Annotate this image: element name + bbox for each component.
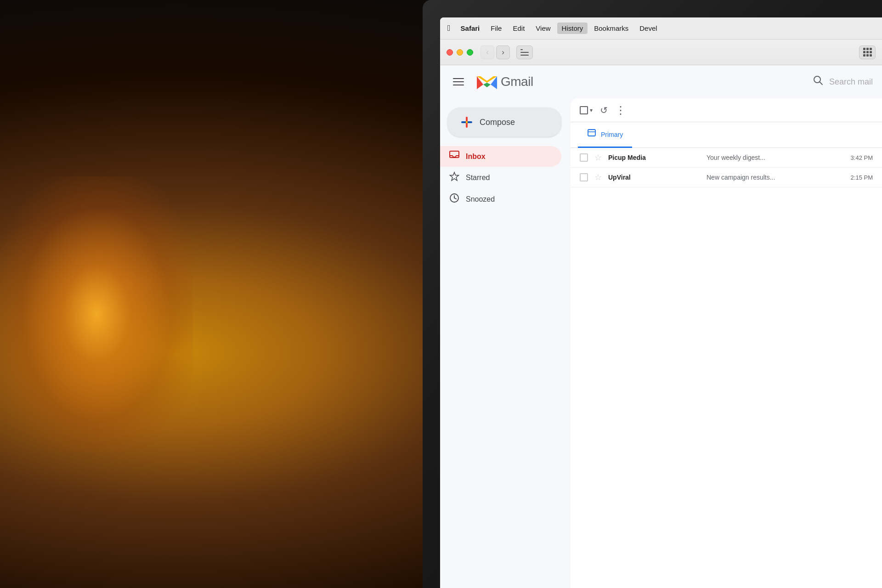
gmail-content: ▾ ↻ ⋮ (571, 98, 882, 588)
menubar-edit[interactable]: Edit (508, 23, 529, 34)
close-button[interactable] (447, 49, 453, 56)
forward-button[interactable]: › (496, 45, 510, 59)
browser-toolbar: ‹ › (440, 40, 882, 65)
star-icon (449, 171, 459, 184)
menubar-view[interactable]: View (531, 23, 555, 34)
gmail-title: Gmail (501, 74, 533, 89)
email-star-icon[interactable]: ☆ (594, 153, 602, 163)
svg-rect-0 (520, 49, 523, 50)
email-preview: Your weekly digest... (707, 154, 844, 161)
minimize-button[interactable] (457, 49, 463, 56)
svg-rect-12 (466, 121, 468, 123)
email-preview: New campaign results... (707, 174, 844, 181)
back-icon: ‹ (486, 48, 489, 57)
sidebar-toggle-icon (520, 49, 529, 56)
svg-marker-6 (483, 83, 491, 87)
chevron-down-icon[interactable]: ▾ (590, 107, 593, 113)
email-row[interactable]: ☆ Picup Media Your weekly digest... 3:42… (571, 148, 882, 168)
hamburger-line-1 (453, 78, 464, 79)
email-checkbox[interactable] (580, 173, 588, 181)
svg-line-17 (454, 198, 456, 199)
email-list: ☆ Picup Media Your weekly digest... 3:42… (571, 148, 882, 187)
select-checkbox-area: ▾ (580, 106, 593, 114)
gmail-tabs: Primary (571, 122, 882, 148)
hamburger-line-3 (453, 85, 464, 85)
hamburger-menu-button[interactable] (449, 73, 468, 91)
compose-plus-icon (460, 116, 473, 129)
sidebar-item-inbox[interactable]: Inbox (440, 146, 561, 167)
menubar-bookmarks[interactable]: Bookmarks (589, 23, 633, 34)
svg-rect-2 (520, 55, 529, 56)
tab-primary[interactable]: Primary (578, 122, 632, 148)
email-star-icon[interactable]: ☆ (594, 172, 602, 182)
clock-icon (449, 193, 459, 205)
gmail-app: Gmail Search mail (440, 65, 882, 588)
svg-rect-1 (520, 52, 529, 53)
apple-menu[interactable]:  (447, 23, 451, 33)
sidebar-item-snoozed[interactable]: Snoozed (440, 188, 561, 210)
gmail-logo: Gmail (475, 73, 533, 91)
compose-button[interactable]: Compose (447, 107, 561, 137)
menubar:  Safari File Edit View History Bookmark… (440, 17, 882, 40)
select-all-checkbox[interactable] (580, 106, 588, 114)
svg-marker-14 (450, 172, 459, 181)
svg-rect-18 (588, 130, 595, 136)
menubar-file[interactable]: File (486, 23, 506, 34)
forward-icon: › (502, 48, 504, 57)
sidebar-toggle-button[interactable] (516, 45, 533, 59)
extensions-button[interactable] (859, 45, 876, 59)
sidebar-inbox-label: Inbox (466, 153, 486, 161)
fullscreen-button[interactable] (467, 49, 473, 56)
back-button[interactable]: ‹ (481, 45, 494, 59)
primary-tab-icon (587, 129, 596, 140)
refresh-button[interactable]: ↻ (600, 105, 608, 116)
sidebar-starred-label: Starred (466, 174, 490, 182)
svg-rect-13 (450, 151, 459, 158)
menubar-devel[interactable]: Devel (635, 23, 662, 34)
email-checkbox[interactable] (580, 153, 588, 162)
email-sender: Picup Media (608, 154, 700, 161)
traffic-lights (447, 49, 473, 56)
more-options-button[interactable]: ⋮ (615, 104, 627, 117)
gmail-body: Compose Inbox (440, 98, 882, 588)
nav-buttons: ‹ › (481, 45, 510, 59)
sidebar-snoozed-label: Snoozed (466, 195, 495, 204)
search-area: Search mail (813, 75, 873, 89)
gmail-toolbar: ▾ ↻ ⋮ (571, 98, 882, 122)
gmail-sidebar: Compose Inbox (440, 98, 569, 588)
email-time: 3:42 PM (851, 154, 873, 161)
menubar-safari[interactable]: Safari (456, 23, 485, 34)
gmail-m-icon (475, 73, 499, 91)
grid-icon (863, 48, 872, 57)
search-icon (813, 75, 824, 89)
search-placeholder[interactable]: Search mail (829, 77, 873, 87)
email-row[interactable]: ☆ UpViral New campaign results... 2:15 P… (571, 168, 882, 187)
mac-frame:  Safari File Edit View History Bookmark… (423, 0, 882, 588)
menubar-history[interactable]: History (557, 23, 588, 34)
screen:  Safari File Edit View History Bookmark… (440, 17, 882, 588)
email-time: 2:15 PM (851, 174, 873, 181)
inbox-icon (449, 151, 459, 162)
svg-line-9 (820, 82, 822, 85)
tab-primary-label: Primary (601, 131, 623, 138)
gmail-header: Gmail Search mail (440, 65, 882, 98)
sidebar-item-starred[interactable]: Starred (440, 167, 561, 188)
email-sender: UpViral (608, 174, 700, 181)
hamburger-line-2 (453, 81, 464, 82)
compose-label: Compose (480, 118, 515, 127)
background-glow (0, 176, 193, 452)
